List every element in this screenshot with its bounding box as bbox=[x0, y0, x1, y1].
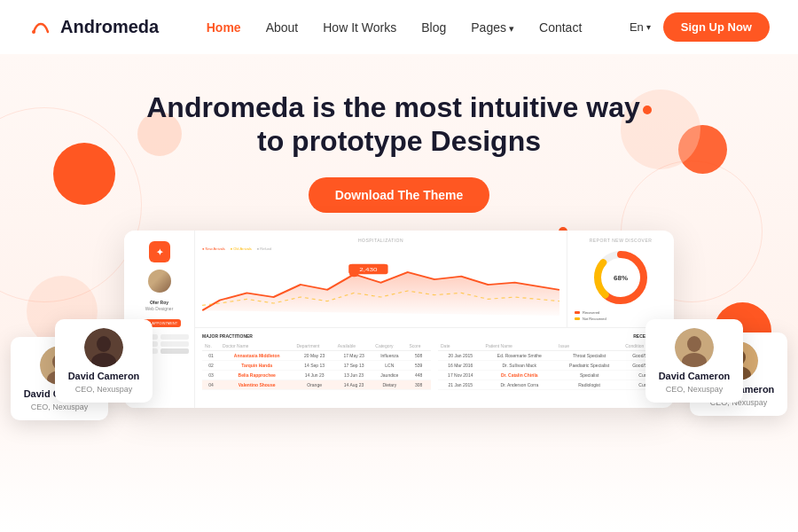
rv-th-issue: Issue bbox=[556, 341, 622, 351]
hero-section: Andromeda is the most intuitive way to p… bbox=[0, 54, 798, 532]
navbar: Andromeda Home About How It Works Blog P… bbox=[0, 0, 798, 54]
dashboard-table-area: MAJOR PRACTITIONER RECENT VISITS No. Doc… bbox=[195, 328, 674, 408]
table-title-left: MAJOR PRACTITIONER bbox=[202, 333, 253, 339]
nav-contact[interactable]: Contact bbox=[539, 20, 582, 35]
svg-point-0 bbox=[32, 30, 35, 34]
table-row: 17 Nov 2014 Dr. Catalin Chirila Speciali… bbox=[438, 371, 667, 380]
dash-profile-info: Ofer Roy Web Designer bbox=[145, 300, 174, 312]
nav-how-link[interactable]: How It Works bbox=[323, 20, 396, 35]
table-row: 03 Belia Rapprochee 14 Jun 23 13 Jun 23 … bbox=[202, 371, 431, 380]
practitioners-table: No. Doctor Name Department Available Cat… bbox=[202, 341, 431, 390]
svg-point-4 bbox=[349, 271, 358, 277]
th-date: Available bbox=[335, 341, 372, 351]
profile-role-bottom-left: CEO, Nexuspay bbox=[75, 385, 133, 394]
nav-home-link[interactable]: Home bbox=[207, 20, 241, 35]
panel1-label: Hospitalization bbox=[202, 238, 559, 243]
hero-title-text1: Andromeda is the most intuitive way bbox=[146, 91, 640, 123]
table-row: 02 Tarquin Handa 14 Sep 13 17 Sep 13 LCN… bbox=[202, 361, 431, 371]
table-section-headers: MAJOR PRACTITIONER RECENT VISITS bbox=[202, 333, 667, 339]
dashboard-wrapper: ✦ Ofer Roy Web Designer BOOK APPOINTMENT bbox=[28, 231, 770, 408]
chart-line-svg: 2,430 bbox=[202, 254, 559, 316]
profile-name-bottom-left: David Cameron bbox=[68, 371, 140, 381]
recent-visits-table: Date Patient Name Issue Condition 20 Jan… bbox=[438, 341, 667, 390]
profile-card-bottom-left: David Cameron CEO, Nexuspay bbox=[55, 319, 153, 403]
rv-th-date: Date bbox=[438, 341, 483, 351]
svg-text:2,430: 2,430 bbox=[359, 268, 378, 272]
profile-name-bottom-right: David Cameron bbox=[659, 371, 731, 381]
rv-th-name: Patient Name bbox=[483, 341, 556, 351]
nav-home[interactable]: Home bbox=[207, 20, 241, 35]
th-id: No. bbox=[202, 341, 220, 351]
avatar-bottom-right bbox=[675, 328, 714, 367]
svg-point-19 bbox=[687, 336, 701, 352]
donut-svg: 68% bbox=[590, 246, 652, 309]
hero-title-line2: to prototype Designs bbox=[28, 125, 770, 158]
th-cat: Category bbox=[372, 341, 406, 351]
svg-text:68%: 68% bbox=[614, 274, 628, 282]
nav-pages-link[interactable]: Pages bbox=[471, 20, 514, 35]
panel2-label: Report New Discover bbox=[575, 238, 667, 243]
nav-about[interactable]: About bbox=[266, 20, 299, 35]
nav-right: En Sign Up Now bbox=[630, 12, 770, 42]
svg-point-16 bbox=[97, 336, 111, 352]
table-columns-wrapper: No. Doctor Name Department Available Cat… bbox=[202, 341, 667, 390]
profile-card-bottom-right: David Cameron CEO, Nexuspay bbox=[645, 319, 743, 403]
nav-about-link[interactable]: About bbox=[266, 20, 299, 35]
brand-name: Andromeda bbox=[60, 17, 159, 37]
profile-role-bottom-right: CEO, Nexuspay bbox=[666, 385, 724, 394]
nav-blog-link[interactable]: Blog bbox=[421, 20, 446, 35]
logo-icon bbox=[28, 15, 53, 40]
table-row: 01 Annastasia Middleton 20 May 23 17 May… bbox=[202, 351, 431, 361]
avatar-bottom-left bbox=[84, 328, 123, 367]
nav-contact-link[interactable]: Contact bbox=[539, 20, 582, 35]
hero-title-line1: Andromeda is the most intuitive way bbox=[28, 90, 770, 125]
table-row: 16 Mar 2016 Dr. Sullivan Mack Paediatric… bbox=[438, 361, 667, 371]
logo[interactable]: Andromeda bbox=[28, 15, 159, 40]
nav-pages[interactable]: Pages bbox=[471, 20, 514, 35]
th-name: Doctor Name bbox=[220, 341, 293, 351]
profile-role-mid-left: CEO, Nexuspay bbox=[31, 403, 89, 411]
language-button[interactable]: En bbox=[630, 20, 651, 34]
nav-blog[interactable]: Blog bbox=[421, 20, 446, 35]
dashboard-inner: ✦ Ofer Roy Web Designer BOOK APPOINTMENT bbox=[124, 231, 674, 408]
nav-links: Home About How It Works Blog Pages Conta… bbox=[207, 20, 583, 35]
dashboard-main-content: Hospitalization ● New Arrivals ● Old Arr… bbox=[195, 231, 674, 408]
dashboard-panel-chart: Hospitalization ● New Arrivals ● Old Arr… bbox=[195, 231, 567, 327]
avatar-img-bottom-left bbox=[84, 328, 123, 367]
dash-profile-avatar bbox=[148, 270, 171, 293]
th-dept: Department bbox=[293, 341, 334, 351]
dashboard-top-panels: Hospitalization ● New Arrivals ● Old Arr… bbox=[195, 231, 674, 328]
deco-dot-title bbox=[643, 106, 652, 114]
dash-logo: ✦ bbox=[149, 241, 170, 262]
download-button[interactable]: Download The Theme bbox=[309, 177, 490, 213]
nav-how[interactable]: How It Works bbox=[323, 20, 396, 35]
table-row: 20 Jan 2015 Ed. Rosemarie Smithe Throat … bbox=[438, 351, 667, 361]
signup-button[interactable]: Sign Up Now bbox=[663, 12, 770, 42]
th-score: Score bbox=[406, 341, 431, 351]
dashboard-panel-donut: Report New Discover 68% bbox=[567, 231, 674, 327]
avatar-img-bottom-right bbox=[675, 328, 714, 367]
table-row: 04 Valentino Shouse Orange 14 Aug 23 Die… bbox=[202, 380, 431, 390]
table-row: 21 Jan 2015 Dr. Anderson Corra Radiologi… bbox=[438, 380, 667, 390]
donut-chart: 68% bbox=[575, 246, 667, 309]
dashboard-preview: ✦ Ofer Roy Web Designer BOOK APPOINTMENT bbox=[124, 231, 674, 408]
